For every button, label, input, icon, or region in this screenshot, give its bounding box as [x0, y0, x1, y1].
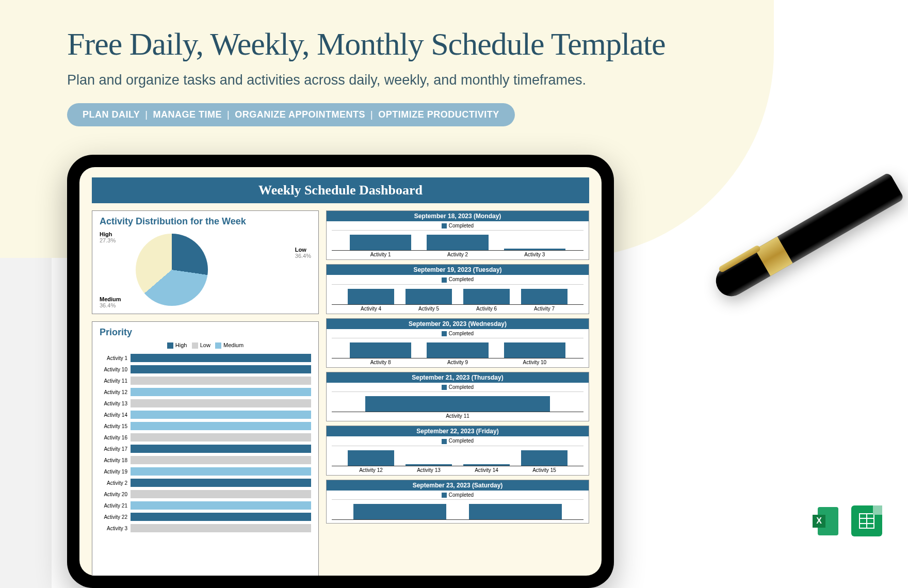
day-chart: September 21, 2023 (Thursday)CompletedAc…: [326, 372, 589, 421]
tablet-frame: Weekly Schedule Dashboard Activity Distr…: [67, 155, 614, 588]
tablet-screen: Weekly Schedule Dashboard Activity Distr…: [79, 167, 602, 576]
priority-bar-row: Activity 17: [100, 444, 311, 454]
pie-label-medium: Medium 36.4%: [100, 296, 121, 308]
priority-bar-row: Activity 2: [100, 478, 311, 488]
feature-pill: PLAN DAILY | MANAGE TIME | ORGANIZE APPO…: [67, 103, 515, 126]
legend-chip-low: [192, 342, 198, 349]
priority-legend: High Low Medium: [100, 342, 311, 349]
app-icons: X: [810, 505, 882, 536]
pen-decoration: [710, 172, 908, 364]
priority-bar-row: Activity 1: [100, 353, 311, 363]
legend-chip-high: [167, 342, 173, 349]
page-title: Free Daily, Weekly, Monthly Schedule Tem…: [67, 26, 666, 62]
priority-bar-row: Activity 22: [100, 512, 311, 522]
pie-card: Activity Distribution for the Week High …: [92, 210, 319, 314]
page-subtitle: Plan and organize tasks and activities a…: [67, 72, 586, 88]
day-chart: September 18, 2023 (Monday)CompletedActi…: [326, 210, 589, 260]
priority-bar-row: Activity 12: [100, 387, 311, 397]
pill-separator: |: [370, 109, 373, 120]
pill-separator: |: [227, 109, 230, 120]
pill-item: MANAGE TIME: [153, 109, 222, 120]
priority-bar-row: Activity 14: [100, 410, 311, 420]
pie-title: Activity Distribution for the Week: [100, 216, 311, 227]
dashboard-title: Weekly Schedule Dashboard: [92, 177, 589, 203]
priority-bar-row: Activity 13: [100, 398, 311, 409]
priority-bar-row: Activity 11: [100, 375, 311, 386]
priority-bar-row: Activity 21: [100, 500, 311, 511]
priority-bar-row: Activity 10: [100, 364, 311, 374]
priority-bar-row: Activity 3: [100, 523, 311, 533]
day-chart: September 20, 2023 (Wednesday)CompletedA…: [326, 318, 589, 368]
pill-item: PLAN DAILY: [83, 109, 140, 120]
priority-card: Priority High Low Medium Activity 1Activ…: [92, 321, 319, 576]
pie-label-high: High 27.3%: [100, 231, 116, 243]
legend-chip-medium: [215, 342, 221, 349]
priority-bars: Activity 1Activity 10Activity 11Activity…: [100, 353, 311, 533]
priority-bar-row: Activity 15: [100, 421, 311, 431]
pie-label-low: Low 36.4%: [295, 247, 311, 259]
priority-title: Priority: [100, 327, 311, 338]
priority-bar-row: Activity 20: [100, 489, 311, 499]
daily-charts-column: September 18, 2023 (Monday)CompletedActi…: [326, 210, 589, 576]
priority-bar-row: Activity 16: [100, 432, 311, 443]
pill-item: OPTIMIZE PRODUCTIVITY: [378, 109, 499, 120]
google-sheets-icon[interactable]: [851, 505, 882, 536]
day-chart: September 22, 2023 (Friday)CompletedActi…: [326, 426, 589, 475]
priority-bar-row: Activity 18: [100, 455, 311, 465]
background-gray: [0, 258, 52, 588]
priority-bar-row: Activity 19: [100, 466, 311, 477]
excel-icon[interactable]: X: [810, 505, 841, 536]
day-chart: September 23, 2023 (Saturday)Completed: [326, 480, 589, 524]
pill-item: ORGANIZE APPOINTMENTS: [235, 109, 365, 120]
pie-chart: [136, 234, 208, 306]
pill-separator: |: [145, 109, 148, 120]
day-chart: September 19, 2023 (Tuesday)CompletedAct…: [326, 264, 589, 314]
